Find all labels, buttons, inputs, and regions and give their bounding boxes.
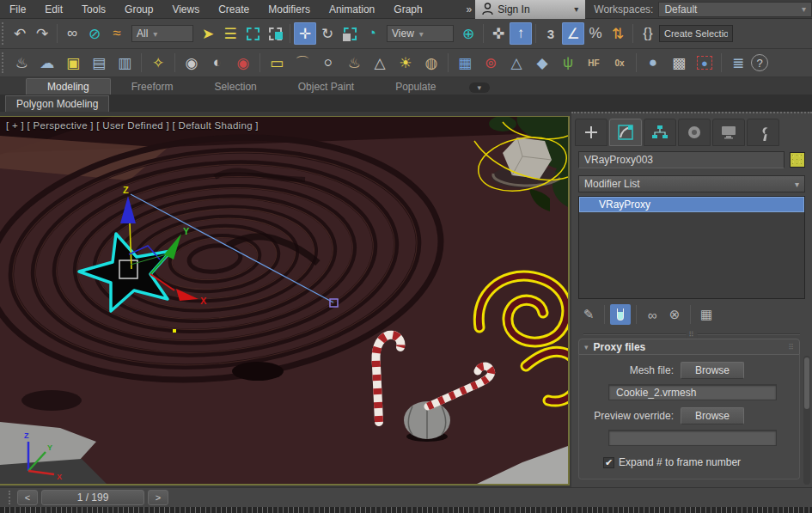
select-and-link-icon[interactable]: ∞ <box>61 22 83 45</box>
render-elements-icon[interactable]: ▥ <box>112 52 137 74</box>
previous-frame-button[interactable]: < <box>17 490 38 505</box>
vray-mtl-wrapper-icon[interactable]: ● <box>692 52 717 74</box>
menu-animation[interactable]: Animation <box>320 0 384 19</box>
modifier-list-dropdown[interactable]: Modifier List ▾ <box>578 175 805 192</box>
select-and-move-icon[interactable]: ✛ <box>294 22 316 45</box>
toolbar-config-icon[interactable]: ≣ <box>725 52 751 74</box>
render-in-cloud-icon[interactable]: ☁ <box>34 52 60 74</box>
select-by-name-icon[interactable]: ☰ <box>219 22 241 45</box>
show-end-result-icon[interactable] <box>610 304 631 325</box>
redo-icon[interactable]: ↷ <box>31 22 53 45</box>
light-lister-icon[interactable]: ✧ <box>145 52 171 74</box>
pin-stack-icon[interactable]: ✎ <box>578 304 599 325</box>
menu-file[interactable]: File <box>0 0 35 19</box>
window-crossing-icon[interactable] <box>264 22 286 45</box>
vray-rock-icon[interactable]: ◆ <box>529 52 555 74</box>
preview-override-input[interactable] <box>608 430 777 446</box>
angle-snap-toggle-icon[interactable]: ∠ <box>562 22 584 45</box>
select-and-scale-icon[interactable] <box>339 22 361 45</box>
tab-selection[interactable]: Selection <box>193 79 277 95</box>
use-pivot-center-icon[interactable]: ⊕ <box>457 22 479 45</box>
vray-metaball-icon[interactable]: ⊚ <box>478 52 504 74</box>
select-and-rotate-icon[interactable]: ↻ <box>316 22 339 45</box>
help-icon[interactable]: ? <box>751 54 768 71</box>
modifier-stack-row-selected[interactable]: VRayProxy <box>579 197 804 212</box>
modify-tab[interactable] <box>609 119 642 146</box>
selection-filter-dropdown[interactable]: All ▾ <box>131 25 193 42</box>
configure-modifier-sets-icon[interactable]: ▦ <box>696 304 717 325</box>
toolbar-grip[interactable] <box>2 22 5 45</box>
hair-and-fur-icon[interactable]: HF <box>581 52 607 74</box>
next-frame-button[interactable]: > <box>148 490 168 505</box>
remove-modifier-icon[interactable]: ⊗ <box>664 304 685 325</box>
keyboard-shortcut-override-icon[interactable]: ↑ <box>510 22 532 45</box>
tab-freeform[interactable]: Freeform <box>111 79 194 95</box>
unlink-selection-icon[interactable]: ⊘ <box>83 22 106 45</box>
motion-tab[interactable] <box>678 119 711 146</box>
menu-views[interactable]: Views <box>162 0 209 19</box>
utilities-tab[interactable] <box>747 119 779 146</box>
scrollbar-thumb[interactable] <box>804 357 809 409</box>
modifier-stack[interactable]: VRayProxy <box>578 196 805 299</box>
percent-snap-toggle-icon[interactable]: % <box>584 22 607 45</box>
menu-edit[interactable]: Edit <box>35 0 72 19</box>
rollout-scrollbar[interactable] <box>803 356 810 485</box>
display-tab[interactable] <box>712 119 745 146</box>
mesh-file-input[interactable] <box>608 384 777 400</box>
vray-sphere-light-icon[interactable]: ◍ <box>418 52 444 74</box>
vray-grass-icon[interactable]: ψ <box>555 52 581 74</box>
menu-tools[interactable]: Tools <box>72 0 115 19</box>
expand-frame-checkbox[interactable]: ✔ <box>603 457 614 468</box>
viewport-label[interactable]: [ + ] [ Perspective ] [ User Defined ] [… <box>6 120 259 131</box>
vray-proxy-cubes-icon[interactable]: ▦ <box>452 52 478 74</box>
vray-camera-icon[interactable]: ◉ <box>230 52 256 74</box>
vray-gizmo-icon[interactable]: △ <box>504 52 529 74</box>
bind-to-spacewarp-icon[interactable]: ≈ <box>106 22 128 45</box>
vray-light-rect-icon[interactable]: ▭ <box>264 52 290 74</box>
object-name-input[interactable] <box>578 151 785 168</box>
edit-named-selection-sets-icon[interactable]: {} <box>637 22 659 45</box>
preview-override-browse-button[interactable]: Browse <box>681 407 744 424</box>
select-object-icon[interactable]: ➤ <box>197 22 219 45</box>
select-and-place-icon[interactable]: ◔ <box>361 22 383 45</box>
undo-icon[interactable]: ↶ <box>9 22 31 45</box>
override-material-icon[interactable]: ▩ <box>666 52 692 74</box>
object-color-swatch[interactable] <box>790 152 805 168</box>
toolbar-grip[interactable] <box>2 52 5 73</box>
reference-coordinate-dropdown[interactable]: View ▾ <box>387 25 454 42</box>
mesh-file-browse-button[interactable]: Browse <box>681 362 744 379</box>
spinner-snap-toggle-icon[interactable]: ⇅ <box>607 22 629 45</box>
vray-light-ies-icon[interactable]: △ <box>367 52 393 74</box>
polygon-modeling-panel-tab[interactable]: Polygon Modeling <box>5 95 109 112</box>
snaps-toggle-3d-icon[interactable]: 3 <box>540 22 562 45</box>
tab-modeling[interactable]: Modeling <box>26 78 111 95</box>
timeline-ruler[interactable] <box>0 507 812 513</box>
menu-create[interactable]: Create <box>209 0 259 19</box>
perspective-viewport[interactable]: [ + ] [ Perspective ] [ User Defined ] [… <box>0 116 570 486</box>
material-sphere-icon[interactable]: ● <box>640 52 666 74</box>
render-setup-dialog-icon[interactable]: ▤ <box>86 52 112 74</box>
tab-object-paint[interactable]: Object Paint <box>278 79 375 95</box>
vray-sun-icon[interactable]: ☀ <box>393 52 418 74</box>
make-unique-icon[interactable]: ∞ <box>642 304 662 325</box>
ribbon-config-button[interactable]: ▾ <box>469 82 491 93</box>
menu-graph-editors[interactable]: Graph Editors <box>384 0 464 19</box>
frame-number-display[interactable]: 1 / 199 <box>41 490 144 505</box>
rendered-frame-window-icon[interactable]: ▣ <box>60 52 86 74</box>
rectangular-selection-region-icon[interactable] <box>241 22 264 45</box>
panel-splitter[interactable]: ⠿ <box>583 333 800 335</box>
workspace-dropdown[interactable]: Default ▾ <box>658 2 812 17</box>
menu-overflow-icon[interactable]: » <box>465 3 476 15</box>
vray-light-mesh-icon[interactable]: ♨ <box>341 52 367 74</box>
toolbar-grip[interactable] <box>9 491 12 504</box>
hierarchy-tab[interactable] <box>644 119 676 146</box>
camera-dome-icon[interactable]: ◐ <box>205 52 230 74</box>
vray-light-sphere-icon[interactable]: ○ <box>315 52 341 74</box>
menu-modifiers[interactable]: Modifiers <box>259 0 320 19</box>
proxy-files-rollout-header[interactable]: ▾ Proxy files ⠿ <box>578 339 800 355</box>
named-selection-set-input[interactable] <box>659 25 733 42</box>
tab-populate[interactable]: Populate <box>375 79 456 95</box>
create-tab[interactable] <box>575 119 607 146</box>
rollout-collapse-icon[interactable]: ▾ <box>584 343 589 351</box>
menu-group[interactable]: Group <box>115 0 162 19</box>
